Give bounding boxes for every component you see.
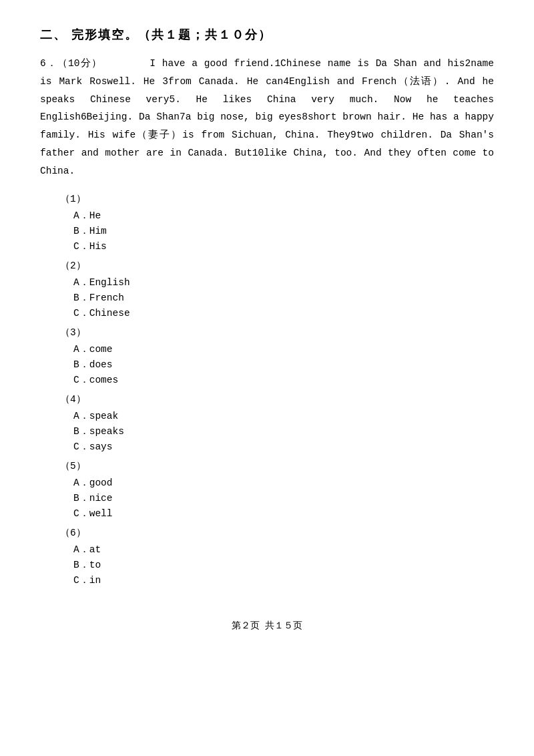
question-2-option-b[interactable]: B．French: [73, 291, 494, 304]
question-6: （6） A．at B．to C．in: [40, 526, 494, 586]
questions-container: （1） A．He B．Him C．His （2） A．English B．Fre…: [40, 192, 494, 586]
question-1-option-c[interactable]: C．His: [73, 240, 494, 252]
question-1: （1） A．He B．Him C．His: [40, 192, 494, 252]
question-5-option-c[interactable]: C．well: [73, 507, 494, 520]
question-2-option-c[interactable]: C．Chinese: [73, 307, 494, 319]
question-6-option-a[interactable]: A．at: [73, 543, 494, 556]
question-2-number: （2）: [60, 259, 494, 272]
question-1-option-b[interactable]: B．Him: [73, 224, 494, 237]
question-2-option-a[interactable]: A．English: [73, 276, 494, 289]
question-5-option-a[interactable]: A．good: [73, 476, 494, 489]
question-6-option-b[interactable]: B．to: [73, 558, 494, 571]
question-1-number: （1）: [60, 192, 494, 205]
section-title: 二、 完形填空。（共１题；共１０分）: [40, 27, 494, 43]
question-6-number: （6）: [60, 526, 494, 539]
passage-block: 6．（10分） I have a good friend.1Chinese na…: [40, 55, 494, 180]
question-1-option-a[interactable]: A．He: [73, 209, 494, 222]
question-6-option-c[interactable]: C．in: [73, 574, 494, 586]
page-footer: 第２页 共１５页: [40, 613, 494, 632]
question-3-number: （3）: [60, 326, 494, 339]
question-5: （5） A．good B．nice C．well: [40, 459, 494, 520]
question-2: （2） A．English B．French C．Chinese: [40, 259, 494, 319]
question-3: （3） A．come B．does C．comes: [40, 326, 494, 386]
question-4: （4） A．speak B．speaks C．says: [40, 393, 494, 453]
question-5-option-b[interactable]: B．nice: [73, 492, 494, 504]
question-4-number: （4）: [60, 393, 494, 405]
passage-text: I have a good friend.1Chinese name is Da…: [40, 58, 494, 176]
question-4-option-a[interactable]: A．speak: [73, 409, 494, 422]
question-4-option-c[interactable]: C．says: [73, 440, 494, 453]
question-3-option-c[interactable]: C．comes: [73, 373, 494, 386]
question-3-option-a[interactable]: A．come: [73, 343, 494, 355]
question-5-number: （5）: [60, 459, 494, 472]
question-4-option-b[interactable]: B．speaks: [73, 425, 494, 437]
question-3-option-b[interactable]: B．does: [73, 358, 494, 371]
question-number-inline: 6．（10分）: [40, 58, 102, 69]
